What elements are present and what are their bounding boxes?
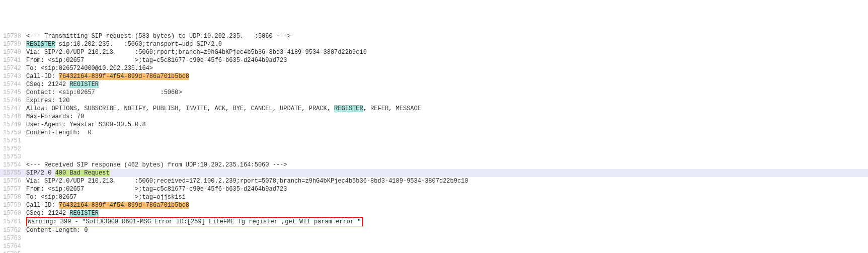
line-number: 15761 bbox=[0, 218, 26, 226]
line-content: Allow: OPTIONS, SUBSCRIBE, NOTIFY, PUBLI… bbox=[26, 105, 868, 113]
log-line[interactable]: 15755SIP/2.0 400 Bad Request bbox=[0, 169, 868, 177]
line-content: SIP/2.0 400 Bad Request bbox=[26, 169, 868, 177]
line-number: 15758 bbox=[0, 193, 26, 201]
log-line[interactable]: 15763 bbox=[0, 234, 868, 242]
text-segment: >;tag=c5c81677-c90e-45f6-b635-d2464b9ad7… bbox=[135, 57, 287, 64]
line-content: From: <sip:02657 >;tag=c5c81677-c90e-45f… bbox=[26, 185, 868, 193]
log-line[interactable]: 15739REGISTER sip:10.202.235. :5060;tran… bbox=[0, 40, 868, 48]
log-line[interactable]: 15745Contact: <sip:02657 :5060> bbox=[0, 89, 868, 97]
line-content: <--- Received SIP response (462 bytes) f… bbox=[26, 161, 868, 169]
line-number: 15755 bbox=[0, 169, 26, 177]
text-segment: Allow: OPTIONS, SUBSCRIBE, NOTIFY, PUBLI… bbox=[26, 105, 334, 112]
log-line[interactable]: 15747Allow: OPTIONS, SUBSCRIBE, NOTIFY, … bbox=[0, 105, 868, 113]
line-number: 15764 bbox=[0, 242, 26, 250]
text-segment: :5060 ---> bbox=[255, 33, 291, 40]
log-line[interactable]: 15748Max-Forwards: 70 bbox=[0, 113, 868, 121]
line-content: Content-Length: 0 bbox=[26, 129, 868, 137]
line-content: <--- Transmitting SIP request (583 bytes… bbox=[26, 32, 868, 40]
text-segment: CSeq: 21242 bbox=[26, 210, 69, 217]
text-segment: Max-Forwards: 70 bbox=[26, 113, 84, 120]
line-number: 15748 bbox=[0, 113, 26, 121]
log-line[interactable]: 15758To: <sip:02657 >;tag=ojjskisi bbox=[0, 193, 868, 201]
line-content: CSeq: 21242 REGISTER bbox=[26, 80, 868, 89]
line-content: Via: SIP/2.0/UDP 210.213. :5060;received… bbox=[26, 177, 868, 185]
log-line[interactable]: 15760CSeq: 21242 REGISTER bbox=[0, 209, 868, 217]
highlight-register: REGISTER bbox=[69, 81, 99, 88]
highlight-register: REGISTER bbox=[69, 210, 99, 217]
line-number: 15765 bbox=[0, 250, 26, 253]
log-line[interactable]: 15753 bbox=[0, 153, 868, 161]
text-segment: To: <sip:0265724000@10.202.235.164> bbox=[26, 65, 153, 72]
text-segment: From: <sip:02657 bbox=[26, 57, 84, 64]
line-content: Call-ID: 76432164-839f-4f54-899d-786a701… bbox=[26, 201, 868, 209]
highlight-register: REGISTER bbox=[334, 105, 363, 112]
line-number: 15763 bbox=[0, 234, 26, 242]
log-line[interactable]: 15752 bbox=[0, 145, 868, 153]
line-number: 15756 bbox=[0, 177, 26, 185]
text-segment: <--- Received SIP response (462 bytes) f… bbox=[26, 161, 287, 168]
log-line[interactable]: 15761Warning: 399 - "SoftX3000 R601-MSG … bbox=[0, 217, 868, 226]
highlight-status: 400 Bad Request bbox=[55, 170, 110, 177]
log-line[interactable]: 15751 bbox=[0, 137, 868, 145]
redacted-text bbox=[113, 41, 124, 48]
line-number: 15747 bbox=[0, 105, 26, 113]
line-content: From: <sip:02657 >;tag=c5c81677-c90e-45f… bbox=[26, 56, 868, 64]
log-line[interactable]: 15754<--- Received SIP response (462 byt… bbox=[0, 161, 868, 169]
text-segment: Via: SIP/2.0/UDP 210.213. bbox=[26, 178, 117, 185]
text-segment: >;tag=ojjskisi bbox=[135, 194, 186, 201]
line-number: 15744 bbox=[0, 80, 26, 89]
log-line[interactable]: 15756Via: SIP/2.0/UDP 210.213. :5060;rec… bbox=[0, 177, 868, 185]
redacted-text bbox=[117, 178, 135, 185]
log-line[interactable]: 15738<--- Transmitting SIP request (583 … bbox=[0, 32, 868, 40]
line-number: 15745 bbox=[0, 89, 26, 97]
log-line[interactable]: 15743Call-ID: 76432164-839f-4f54-899d-78… bbox=[0, 72, 868, 80]
log-viewer[interactable]: 15738<--- Transmitting SIP request (583 … bbox=[0, 32, 868, 253]
text-segment: :5060;received=172.100.2.239;rport=5078;… bbox=[135, 178, 468, 185]
log-line[interactable]: 15741From: <sip:02657 >;tag=c5c81677-c90… bbox=[0, 56, 868, 64]
redacted-text bbox=[84, 186, 135, 193]
line-number: 15752 bbox=[0, 145, 26, 153]
redacted-text bbox=[95, 89, 161, 96]
log-line[interactable]: 15762Content-Length: 0 bbox=[0, 226, 868, 234]
line-content: Contact: <sip:02657 :5060> bbox=[26, 89, 868, 97]
text-segment: Call-ID: bbox=[26, 73, 59, 80]
log-line[interactable]: 15746Expires: 120 bbox=[0, 97, 868, 105]
text-segment: Call-ID: bbox=[26, 202, 59, 209]
log-line[interactable]: 15742To: <sip:0265724000@10.202.235.164> bbox=[0, 64, 868, 72]
text-segment: >;tag=c5c81677-c90e-45f6-b635-d2464b9ad7… bbox=[135, 186, 287, 193]
text-segment: :5060;rport;branch=z9hG4bKPjec4b5b36-8bd… bbox=[135, 49, 367, 56]
text-segment: Contact: <sip:02657 bbox=[26, 89, 95, 96]
log-line[interactable]: 15744CSeq: 21242 REGISTER bbox=[0, 80, 868, 89]
text-segment: CSeq: 21242 bbox=[26, 81, 69, 88]
line-content: REGISTER sip:10.202.235. :5060;transport… bbox=[26, 40, 868, 48]
log-line[interactable]: 15749User-Agent: Yeastar S300-30.5.0.8 bbox=[0, 121, 868, 129]
log-line[interactable]: 15764 bbox=[0, 242, 868, 250]
line-number: 15738 bbox=[0, 32, 26, 40]
line-content: Max-Forwards: 70 bbox=[26, 113, 868, 121]
text-segment: To: <sip:02657 bbox=[26, 194, 77, 201]
line-number: 15746 bbox=[0, 97, 26, 105]
text-segment: :5060> bbox=[160, 89, 182, 96]
line-content: Via: SIP/2.0/UDP 210.213. :5060;rport;br… bbox=[26, 48, 868, 56]
highlight-register: REGISTER bbox=[26, 41, 55, 48]
log-line[interactable]: 15765 bbox=[0, 250, 868, 253]
line-number: 15750 bbox=[0, 129, 26, 137]
redacted-text bbox=[84, 57, 135, 64]
text-segment: SIP/2.0 bbox=[26, 170, 55, 177]
log-line[interactable]: 15740Via: SIP/2.0/UDP 210.213. :5060;rpo… bbox=[0, 48, 868, 56]
log-line[interactable]: 15759Call-ID: 76432164-839f-4f54-899d-78… bbox=[0, 201, 868, 209]
line-number: 15753 bbox=[0, 153, 26, 161]
text-segment: Via: SIP/2.0/UDP 210.213. bbox=[26, 49, 117, 56]
line-content: Call-ID: 76432164-839f-4f54-899d-786a701… bbox=[26, 72, 868, 80]
text-segment: , REFER, MESSAGE bbox=[363, 105, 421, 112]
redacted-text bbox=[244, 33, 255, 40]
highlight-callid: 76432164-839f-4f54-899d-786a701b5bc8 bbox=[59, 202, 189, 209]
line-number: 15739 bbox=[0, 40, 26, 48]
log-line[interactable]: 15750Content-Length: 0 bbox=[0, 129, 868, 137]
highlight-callid: 76432164-839f-4f54-899d-786a701b5bc8 bbox=[59, 73, 189, 80]
line-number: 15759 bbox=[0, 201, 26, 209]
line-number: 15741 bbox=[0, 56, 26, 64]
log-line[interactable]: 15757From: <sip:02657 >;tag=c5c81677-c90… bbox=[0, 185, 868, 193]
redacted-text bbox=[77, 194, 135, 201]
warning-box: Warning: 399 - "SoftX3000 R601-MSG Error… bbox=[26, 217, 363, 226]
